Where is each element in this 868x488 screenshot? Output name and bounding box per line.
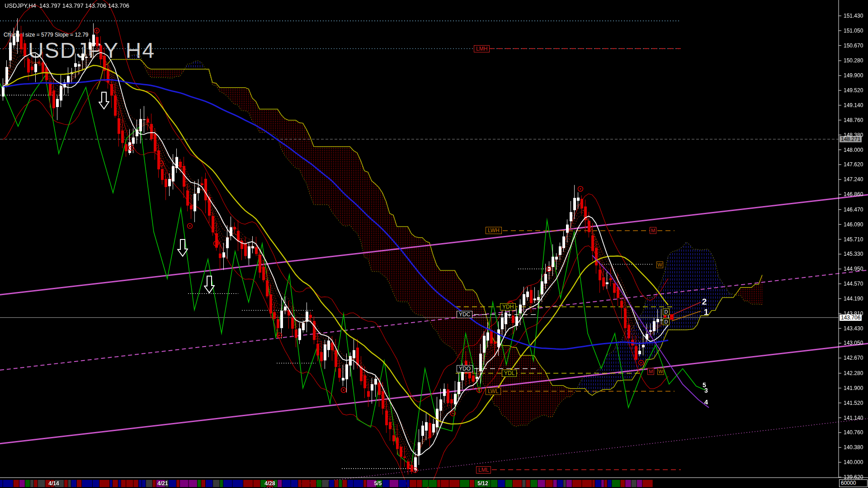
symbol-title: USDJPY,H4 143.797 143.797 143.706 143.70… [5, 2, 129, 9]
price-chart-canvas[interactable] [0, 0, 868, 488]
mt4-chart-window: { "window": { "title_line": "USDJPY,H4 1… [0, 0, 868, 488]
